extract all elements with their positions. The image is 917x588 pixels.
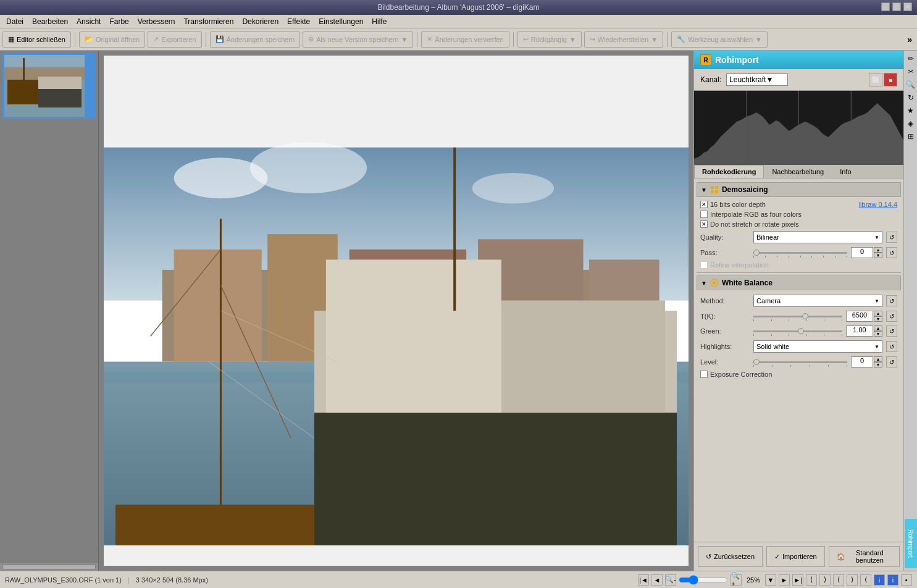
color-icon[interactable]: ◈ [905, 118, 916, 129]
adjust-icon[interactable]: ⊞ [905, 131, 916, 142]
discard-button[interactable]: ✕ Änderungen verwerfen [421, 32, 509, 48]
zoom-slider[interactable] [679, 576, 728, 584]
menu-transformieren[interactable]: Transformieren [180, 16, 237, 27]
zoom-out-button[interactable]: 🔍- [665, 574, 676, 586]
channel-btn-2[interactable]: ■ [884, 73, 897, 86]
pass-increment-button[interactable]: ▲ [874, 247, 882, 253]
level-increment-button[interactable]: ▲ [874, 356, 882, 362]
level-decrement-button[interactable]: ▼ [874, 362, 882, 368]
menu-datei[interactable]: Datei [2, 16, 27, 27]
pass-decrement-button[interactable]: ▼ [874, 253, 882, 258]
export-button[interactable]: ↗ Exportieren [148, 32, 201, 48]
green-slider-thumb[interactable] [798, 328, 804, 334]
zoom-dropdown-button[interactable]: ▼ [765, 574, 776, 586]
nav-arrows3-button[interactable]: ⟨ [833, 574, 844, 586]
rohimport-tab-icon[interactable]: Rohimport [905, 519, 917, 568]
pass-value[interactable]: 0 [851, 247, 873, 258]
temperature-decrement-button[interactable]: ▼ [874, 316, 882, 322]
nav-prev-button[interactable]: ◄ [651, 574, 663, 586]
close-button[interactable]: ✕ [903, 2, 912, 11]
panel-content[interactable]: ▼ Demosaicing 16 bits color depth libraw… [694, 178, 903, 542]
menu-dekorieren[interactable]: Dekorieren [238, 16, 282, 27]
level-value[interactable]: 0 [851, 356, 873, 368]
thumbnail-selected[interactable] [2, 53, 96, 119]
green-value[interactable]: 1.00 [846, 326, 873, 337]
info-button[interactable]: i [874, 574, 885, 586]
nav-last-button[interactable]: ►| [792, 574, 803, 586]
method-reset-button[interactable]: ↺ [886, 295, 897, 306]
pencil-icon[interactable]: ✏ [905, 53, 916, 64]
save-changes-button[interactable]: 💾 Änderungen speichern [210, 32, 301, 48]
level-slider-thumb[interactable] [753, 359, 760, 365]
nav-arrows2-button[interactable]: ⟩ [819, 574, 831, 586]
tab-info[interactable]: Info [832, 165, 859, 178]
highlights-select[interactable]: Solid white ▼ [753, 340, 882, 353]
star-icon[interactable]: ★ [905, 105, 916, 116]
temperature-increment-button[interactable]: ▲ [874, 311, 882, 316]
quality-select[interactable]: Bilinear ▼ [753, 231, 882, 243]
tab-nachbearbeitung[interactable]: Nachbearbeitung [764, 165, 832, 178]
demosaicing-section-header[interactable]: ▼ Demosaicing [697, 182, 901, 197]
temperature-reset-button[interactable]: ↺ [886, 311, 897, 322]
tab-rohdekodierung[interactable]: Rohdekodierung [694, 165, 764, 178]
canvas-area[interactable] [99, 51, 693, 571]
menu-verbessern[interactable]: Verbessern [134, 16, 179, 27]
menu-effekte[interactable]: Effekte [283, 16, 314, 27]
menu-ansicht[interactable]: Ansicht [73, 16, 104, 27]
method-select[interactable]: Camera ▼ [753, 295, 882, 307]
info2-button[interactable]: i [887, 574, 898, 586]
no-stretch-checkbox[interactable] [700, 220, 708, 228]
nav-first-button[interactable]: |◄ [638, 574, 649, 586]
menu-einstellungen[interactable]: Einstellungen [315, 16, 367, 27]
menu-farbe[interactable]: Farbe [106, 16, 132, 27]
temperature-value[interactable]: 6500 [846, 311, 873, 322]
white-balance-section-header[interactable]: ▼ White Balance [697, 275, 901, 290]
green-increment-button[interactable]: ▲ [874, 326, 882, 331]
quality-reset-button[interactable]: ↺ [886, 232, 897, 243]
menu-hilfe[interactable]: Hilfe [368, 16, 390, 27]
green-decrement-button[interactable]: ▼ [874, 331, 882, 337]
import-button[interactable]: ✓ Importieren [766, 546, 825, 567]
level-slider[interactable] [753, 361, 847, 363]
maximize-button[interactable]: □ [892, 2, 901, 11]
use-standard-button[interactable]: 🏠 Standard benutzen [829, 546, 900, 567]
channel-select[interactable]: Leuchtkraft ▼ [726, 74, 788, 86]
level-reset-button[interactable]: ↺ [886, 356, 897, 368]
pass-reset-button[interactable]: ↺ [886, 247, 897, 258]
menu-bearbeiten[interactable]: Bearbeiten [28, 16, 72, 27]
nav-arrows5-button[interactable]: ⟨ [860, 574, 871, 586]
crop-icon[interactable]: ✂ [905, 66, 916, 77]
green-slider-container [753, 330, 842, 332]
toolbar-more-button[interactable]: » [905, 33, 915, 46]
nav-arrows-button[interactable]: ⟨ [806, 574, 817, 586]
method-dropdown-icon: ▼ [874, 298, 879, 304]
redo-button[interactable]: ↪ Wiederherstellen ▼ [584, 32, 663, 48]
interpolate-checkbox[interactable] [700, 211, 708, 218]
channel-btn-1[interactable]: ⬜ [869, 73, 882, 86]
nav-arrows4-button[interactable]: ⟩ [847, 574, 858, 586]
libraw-link[interactable]: libraw 0.14.4 [859, 201, 897, 208]
display-button[interactable]: ▪ [901, 574, 912, 586]
window-controls[interactable]: – □ ✕ [881, 2, 912, 11]
undo-button[interactable]: ↩ Rückgängig ▼ [517, 32, 582, 48]
green-slider[interactable] [753, 330, 842, 332]
filmstrip-scroll[interactable] [0, 51, 98, 563]
pass-slider[interactable] [753, 252, 847, 254]
save-new-version-button[interactable]: ⊕ Als neue Version speichern ▼ [303, 32, 413, 48]
temperature-slider-thumb[interactable] [802, 313, 808, 319]
pass-slider-thumb[interactable] [753, 250, 760, 256]
green-reset-button[interactable]: ↺ [886, 326, 897, 337]
open-original-button[interactable]: 📂 Original öffnen [79, 32, 145, 48]
zoom-icon[interactable]: 🔍 [905, 79, 916, 90]
minimize-button[interactable]: – [881, 2, 890, 11]
nav-next-button[interactable]: ► [779, 574, 790, 586]
highlights-reset-button[interactable]: ↺ [886, 341, 897, 352]
rotate-icon[interactable]: ↻ [905, 92, 916, 103]
temperature-slider[interactable] [753, 316, 842, 317]
exposure-checkbox[interactable] [700, 371, 708, 378]
select-tool-button[interactable]: 🔧 Werkzeug auswählen ▼ [671, 32, 768, 48]
close-editor-button[interactable]: ▦ Editor schließen [2, 32, 71, 48]
zoom-in-button[interactable]: 🔍+ [731, 574, 742, 586]
reset-button[interactable]: ↺ Zurücksetzen [698, 546, 763, 567]
bits-depth-checkbox[interactable] [700, 201, 708, 208]
